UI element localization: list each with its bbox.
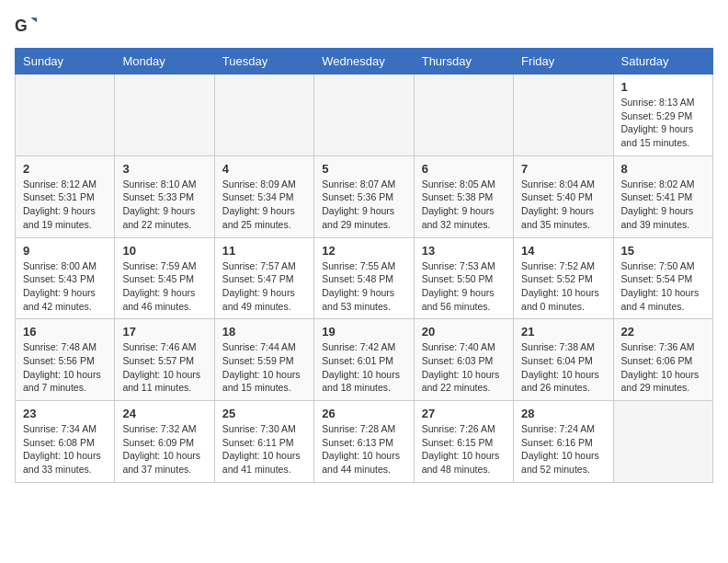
day-number: 28 [521,407,605,420]
day-number: 19 [322,325,405,339]
calendar-cell [514,75,613,156]
weekday-header-thursday: Thursday [414,49,513,75]
weekday-header-wednesday: Wednesday [314,49,414,75]
calendar-cell: 7Sunrise: 8:04 AM Sunset: 5:40 PM Daylig… [514,155,613,237]
day-number: 25 [222,407,306,420]
day-info: Sunrise: 8:05 AM Sunset: 5:38 PM Dayligh… [422,178,506,232]
day-number: 4 [222,162,306,176]
calendar-cell: 8Sunrise: 8:02 AM Sunset: 5:41 PM Daylig… [613,155,712,237]
calendar-cell: 22Sunrise: 7:36 AM Sunset: 6:06 PM Dayli… [613,319,712,401]
week-row-3: 16Sunrise: 7:48 AM Sunset: 5:56 PM Dayli… [16,319,713,401]
day-info: Sunrise: 7:38 AM Sunset: 6:04 PM Dayligh… [521,340,605,395]
day-info: Sunrise: 7:46 AM Sunset: 5:57 PM Dayligh… [122,340,206,395]
weekday-header-monday: Monday [115,49,214,75]
day-info: Sunrise: 7:48 AM Sunset: 5:56 PM Dayligh… [23,340,107,395]
day-number: 9 [23,244,107,258]
day-info: Sunrise: 7:24 AM Sunset: 6:16 PM Dayligh… [521,422,605,477]
day-number: 13 [422,244,506,258]
weekday-header-tuesday: Tuesday [214,49,313,75]
day-number: 7 [521,162,605,176]
calendar-cell: 2Sunrise: 8:12 AM Sunset: 5:31 PM Daylig… [16,155,115,237]
calendar-cell: 6Sunrise: 8:05 AM Sunset: 5:38 PM Daylig… [414,155,513,237]
calendar-cell [214,75,313,156]
calendar-cell [314,75,414,156]
day-number: 26 [322,407,405,420]
day-info: Sunrise: 7:59 AM Sunset: 5:45 PM Dayligh… [122,259,206,314]
day-info: Sunrise: 8:02 AM Sunset: 5:41 PM Dayligh… [621,178,705,232]
day-number: 2 [23,162,107,176]
day-info: Sunrise: 8:10 AM Sunset: 5:33 PM Dayligh… [122,178,206,232]
day-number: 3 [122,162,206,176]
day-number: 27 [422,407,506,420]
calendar-cell: 3Sunrise: 8:10 AM Sunset: 5:33 PM Daylig… [115,155,214,237]
calendar-cell: 15Sunrise: 7:50 AM Sunset: 5:54 PM Dayli… [613,237,712,319]
calendar-cell: 24Sunrise: 7:32 AM Sunset: 6:09 PM Dayli… [115,401,214,483]
calendar-cell [16,75,115,156]
calendar-cell: 10Sunrise: 7:59 AM Sunset: 5:45 PM Dayli… [115,237,214,319]
calendar-cell: 4Sunrise: 8:09 AM Sunset: 5:34 PM Daylig… [214,155,313,237]
day-info: Sunrise: 7:42 AM Sunset: 6:01 PM Dayligh… [322,340,405,395]
day-info: Sunrise: 8:12 AM Sunset: 5:31 PM Dayligh… [23,178,107,232]
day-info: Sunrise: 7:57 AM Sunset: 5:47 PM Dayligh… [222,259,306,314]
calendar-cell [613,401,712,483]
day-number: 12 [322,244,405,258]
calendar-cell: 11Sunrise: 7:57 AM Sunset: 5:47 PM Dayli… [214,237,313,319]
day-info: Sunrise: 7:53 AM Sunset: 5:50 PM Dayligh… [422,259,506,314]
calendar-cell: 26Sunrise: 7:28 AM Sunset: 6:13 PM Dayli… [314,401,414,483]
day-info: Sunrise: 7:26 AM Sunset: 6:15 PM Dayligh… [422,422,506,477]
weekday-header-saturday: Saturday [613,49,712,75]
calendar-table: SundayMondayTuesdayWednesdayThursdayFrid… [15,48,713,483]
calendar-cell: 20Sunrise: 7:40 AM Sunset: 6:03 PM Dayli… [414,319,513,401]
calendar-cell: 13Sunrise: 7:53 AM Sunset: 5:50 PM Dayli… [414,237,513,319]
day-number: 10 [122,244,206,258]
week-row-1: 2Sunrise: 8:12 AM Sunset: 5:31 PM Daylig… [16,155,713,237]
day-info: Sunrise: 8:13 AM Sunset: 5:29 PM Dayligh… [621,96,705,150]
day-number: 22 [621,325,705,339]
day-info: Sunrise: 7:40 AM Sunset: 6:03 PM Dayligh… [422,340,506,395]
calendar-cell: 9Sunrise: 8:00 AM Sunset: 5:43 PM Daylig… [16,237,115,319]
calendar-cell: 25Sunrise: 7:30 AM Sunset: 6:11 PM Dayli… [214,401,313,483]
day-number: 11 [222,244,306,258]
day-number: 23 [23,407,107,420]
calendar-cell: 14Sunrise: 7:52 AM Sunset: 5:52 PM Dayli… [514,237,613,319]
day-info: Sunrise: 7:55 AM Sunset: 5:48 PM Dayligh… [322,259,405,314]
calendar-cell: 17Sunrise: 7:46 AM Sunset: 5:57 PM Dayli… [115,319,214,401]
week-row-4: 23Sunrise: 7:34 AM Sunset: 6:08 PM Dayli… [16,401,713,483]
calendar-cell [414,75,513,156]
logo-icon: G [15,15,37,37]
week-row-0: 1Sunrise: 8:13 AM Sunset: 5:29 PM Daylig… [16,75,713,156]
day-number: 24 [122,407,206,420]
day-number: 5 [322,162,405,176]
calendar-cell: 1Sunrise: 8:13 AM Sunset: 5:29 PM Daylig… [613,75,712,156]
day-number: 17 [122,325,206,339]
day-info: Sunrise: 7:34 AM Sunset: 6:08 PM Dayligh… [23,422,107,477]
day-info: Sunrise: 8:07 AM Sunset: 5:36 PM Dayligh… [322,178,405,232]
calendar-cell: 27Sunrise: 7:26 AM Sunset: 6:15 PM Dayli… [414,401,513,483]
logo: G [15,15,40,37]
day-info: Sunrise: 7:50 AM Sunset: 5:54 PM Dayligh… [621,259,705,314]
calendar-cell [115,75,214,156]
day-info: Sunrise: 7:30 AM Sunset: 6:11 PM Dayligh… [222,422,306,477]
svg-text:G: G [15,17,28,35]
calendar-cell: 16Sunrise: 7:48 AM Sunset: 5:56 PM Dayli… [16,319,115,401]
day-number: 20 [422,325,506,339]
calendar-cell: 21Sunrise: 7:38 AM Sunset: 6:04 PM Dayli… [514,319,613,401]
day-info: Sunrise: 8:00 AM Sunset: 5:43 PM Dayligh… [23,259,107,314]
calendar-cell: 23Sunrise: 7:34 AM Sunset: 6:08 PM Dayli… [16,401,115,483]
day-info: Sunrise: 8:09 AM Sunset: 5:34 PM Dayligh… [222,178,306,232]
calendar-cell: 5Sunrise: 8:07 AM Sunset: 5:36 PM Daylig… [314,155,414,237]
day-info: Sunrise: 7:32 AM Sunset: 6:09 PM Dayligh… [122,422,206,477]
day-number: 21 [521,325,605,339]
weekday-header-friday: Friday [514,49,613,75]
header: G [15,15,713,37]
calendar-cell: 18Sunrise: 7:44 AM Sunset: 5:59 PM Dayli… [214,319,313,401]
day-number: 16 [23,325,107,339]
week-row-2: 9Sunrise: 8:00 AM Sunset: 5:43 PM Daylig… [16,237,713,319]
calendar-cell: 19Sunrise: 7:42 AM Sunset: 6:01 PM Dayli… [314,319,414,401]
day-number: 15 [621,244,705,258]
day-number: 1 [621,80,705,94]
weekday-header-row: SundayMondayTuesdayWednesdayThursdayFrid… [16,49,713,75]
weekday-header-sunday: Sunday [16,49,115,75]
day-info: Sunrise: 7:52 AM Sunset: 5:52 PM Dayligh… [521,259,605,314]
svg-marker-2 [31,17,37,22]
